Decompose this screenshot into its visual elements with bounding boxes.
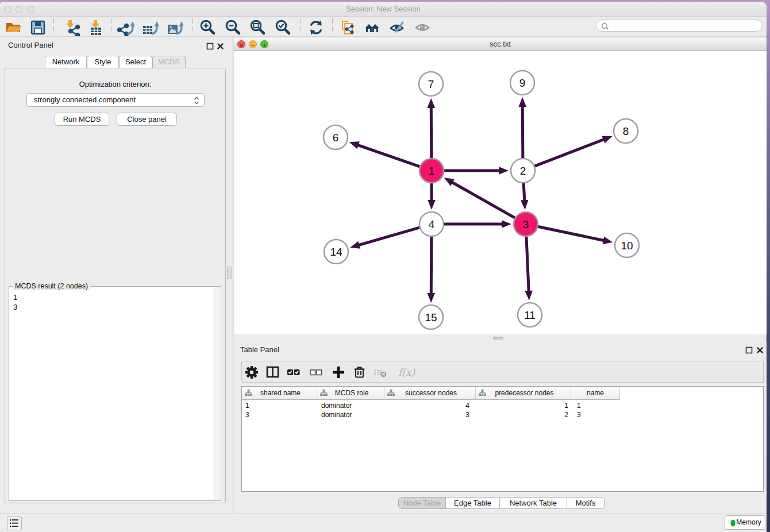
cell-shared-name[interactable]: 1 — [242, 401, 317, 410]
zoom-fit-icon[interactable] — [249, 19, 267, 36]
zoom-in-icon[interactable] — [199, 19, 217, 36]
save-session-icon[interactable] — [29, 19, 47, 36]
column-header-predecessor-nodes[interactable]: predecessor nodes — [476, 387, 571, 400]
cell-MCDS-role[interactable]: dominator — [317, 410, 384, 419]
show-panels-button[interactable] — [7, 516, 22, 530]
control-panel: Control Panel NetworkStyleSelectMCDS Opt… — [0, 37, 230, 513]
memory-status-icon — [730, 519, 736, 527]
deselect-all-rows-icon[interactable] — [309, 365, 329, 380]
cell-shared-name[interactable]: 3 — [242, 410, 317, 419]
edge-2-9[interactable] — [522, 105, 523, 158]
cell-predecessor-nodes[interactable]: 1 — [476, 401, 571, 410]
run-mcds-button[interactable]: Run MCDS — [55, 113, 109, 126]
mcds-result-box: MCDS result (2 nodes) 1 3 — [9, 286, 221, 501]
cell-predecessor-nodes[interactable]: 2 — [476, 410, 571, 419]
float-panel-icon[interactable] — [206, 43, 214, 50]
zoom-out-icon[interactable] — [225, 19, 242, 36]
tab-network[interactable]: Network — [45, 56, 87, 68]
column-browser-icon[interactable] — [265, 365, 286, 380]
zoom-selected-icon[interactable] — [275, 19, 292, 36]
toolbar-separator — [301, 18, 301, 33]
table-row[interactable]: 3dominator323 — [242, 410, 620, 419]
home-view-icon[interactable] — [364, 19, 381, 36]
column-header-MCDS-role[interactable]: MCDS role — [317, 387, 384, 400]
cell-name[interactable]: 3 — [571, 410, 620, 419]
memory-label: Memory — [736, 518, 761, 526]
panel-divider-grip[interactable] — [227, 267, 232, 279]
node-label: 3 — [523, 218, 529, 230]
node-label: 1 — [429, 165, 435, 177]
delete-column-icon[interactable] — [352, 365, 373, 380]
column-header-name[interactable]: name — [571, 387, 620, 400]
node-label: 15 — [425, 311, 437, 323]
cell-MCDS-role[interactable]: dominator — [317, 401, 384, 410]
network-window-titlebar: scc.txt — [234, 38, 767, 51]
add-column-icon[interactable] — [331, 365, 352, 380]
toolbar-separator — [332, 18, 333, 33]
node-label: 9 — [519, 77, 526, 89]
edge-1-7[interactable] — [431, 106, 432, 158]
edge-3-1[interactable] — [451, 182, 515, 218]
export-network-icon[interactable] — [117, 19, 134, 36]
node-label: 8 — [623, 125, 629, 137]
open-session-icon[interactable] — [5, 19, 22, 36]
refresh-layout-icon[interactable] — [307, 19, 325, 36]
horizontal-splitter-grip[interactable] — [493, 338, 503, 340]
memory-button[interactable]: Memory — [725, 515, 765, 530]
search-icon — [601, 22, 609, 30]
column-header-successor-nodes[interactable]: successor nodes — [384, 387, 476, 400]
export-table-icon[interactable] — [141, 19, 159, 36]
table-settings-icon[interactable] — [244, 365, 265, 380]
edge-1-6[interactable] — [357, 145, 419, 167]
edge-arrow — [502, 220, 511, 228]
table-panel: Table Panel f(x) shared nameMCDS rolesuc… — [234, 342, 767, 513]
select-all-rows-icon[interactable] — [286, 365, 307, 380]
edge-arrow — [518, 97, 526, 107]
toolbar-separator — [53, 18, 54, 33]
node-label: 4 — [429, 218, 435, 230]
cell-successor-nodes[interactable]: 3 — [384, 410, 476, 419]
edge-arrow — [350, 241, 360, 249]
tab-style[interactable]: Style — [87, 56, 119, 68]
node-label: 6 — [333, 132, 339, 144]
edge-4-14[interactable] — [357, 228, 419, 245]
cell-successor-nodes[interactable]: 4 — [384, 401, 476, 410]
column-header-shared-name[interactable]: shared name — [242, 387, 317, 400]
function-builder-icon: f(x) — [397, 365, 418, 380]
tab-mcds[interactable]: MCDS — [152, 56, 186, 68]
status-bar: Memory — [0, 514, 767, 532]
edge-3-10[interactable] — [538, 227, 605, 241]
show-details-icon[interactable] — [389, 19, 406, 36]
tab-edge-table[interactable]: Edge Table — [445, 498, 499, 508]
export-image-icon[interactable] — [166, 19, 183, 36]
node-label: 11 — [524, 309, 536, 321]
network-canvas[interactable]: 7968124314101511 — [234, 51, 767, 334]
main-titlebar: Session: New Session — [0, 2, 767, 17]
edge-2-8[interactable] — [535, 139, 605, 166]
edge-4-15[interactable] — [431, 237, 432, 295]
import-network-icon[interactable] — [63, 19, 80, 36]
import-table-icon[interactable] — [87, 19, 104, 36]
cell-name[interactable]: 1 — [571, 401, 620, 410]
tab-motifs[interactable]: Motifs — [567, 498, 604, 508]
edge-arrow — [444, 178, 455, 186]
result-scrollbar[interactable] — [214, 287, 220, 500]
table-row[interactable]: 1dominator411 — [242, 401, 620, 410]
tab-network-table[interactable]: Network Table — [499, 498, 567, 508]
horizontal-splitter-grip[interactable] — [493, 337, 503, 338]
tab-select[interactable]: Select — [119, 56, 152, 68]
tab-node-table[interactable]: Node Table — [399, 498, 445, 508]
edge-2-3[interactable] — [523, 183, 525, 202]
close-panel-button[interactable]: Close panel — [117, 113, 177, 126]
float-table-panel-icon[interactable] — [745, 346, 753, 354]
criterion-select[interactable]: strongly connected component — [26, 93, 205, 107]
network-document-icon[interactable] — [339, 19, 356, 36]
node-label: 7 — [428, 78, 434, 90]
close-panel-icon[interactable] — [217, 43, 224, 50]
close-table-panel-icon[interactable] — [756, 346, 764, 354]
hide-details-icon[interactable] — [414, 19, 432, 36]
edge-arrow — [427, 98, 435, 108]
search-input[interactable] — [611, 21, 758, 30]
delete-table-icon — [373, 365, 394, 380]
edge-3-11[interactable] — [526, 237, 529, 292]
